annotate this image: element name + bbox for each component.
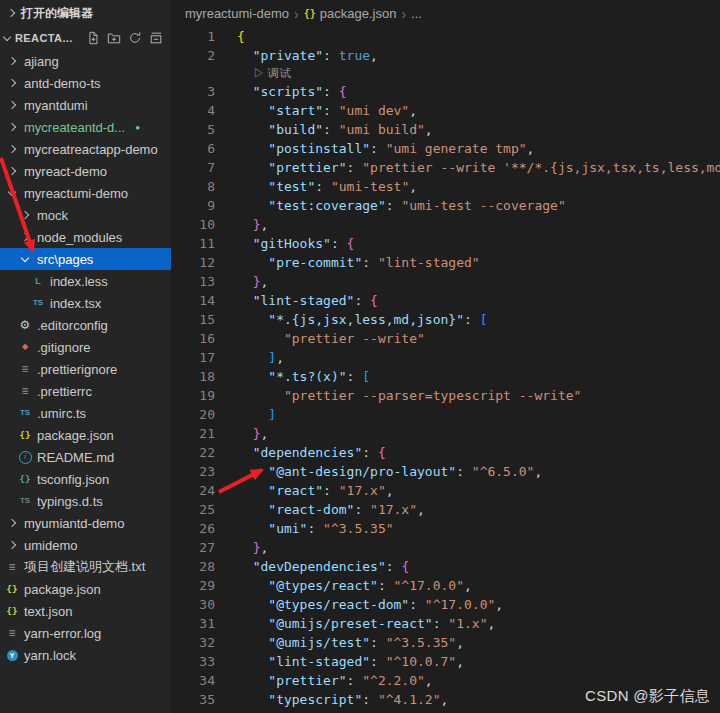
chevron-right-icon [8,101,16,109]
tree-file-yarn-lock[interactable]: Yyarn.lock [0,644,171,666]
breadcrumb-item-item[interactable]: ... [411,6,422,21]
line-number: 4 [171,101,215,120]
explorer-sidebar: 打开的编辑器 REACTA... ajiangantd-demo-tsmyant… [0,0,171,713]
tree-file-umirc-ts[interactable]: TS.umirc.ts [0,402,171,424]
new-file-button[interactable] [84,29,102,47]
breadcrumb-label: ... [411,6,422,21]
refresh-button[interactable] [126,29,144,47]
tree-file-txt[interactable]: ≡项目创建说明文档.txt [0,556,171,578]
line-number: 2 [171,46,215,65]
code-line-14[interactable]: 14 "lint-staged": { [171,291,720,310]
editor-code[interactable]: 1{2 "private": true,▷ 调试3 "scripts": {4 … [171,27,720,713]
tree-folder-mock[interactable]: mock [0,204,171,226]
line-number: 17 [171,348,215,367]
file-icon-slot: ◆ [17,339,33,355]
line-number: 28 [171,557,215,576]
file-icon-slot: TS [30,295,46,311]
tree-file-editorconfig[interactable]: ⚙.editorconfig [0,314,171,336]
tree-file-prettierignore[interactable]: ≡.prettierignore [0,358,171,380]
tree-item-label: antd-demo-ts [24,76,101,91]
chevron-right-icon [8,519,16,527]
code-text: "postinstall": "umi generate tmp", [215,139,534,158]
tree-folder-mycreatreactapp-demo[interactable]: mycreatreactapp-demo [0,138,171,160]
tree-file-text-json[interactable]: {}text.json [0,600,171,622]
tree-twistie [4,515,20,531]
tree-file-typings-d-ts[interactable]: TStypings.d.ts [0,490,171,512]
code-line-10[interactable]: 10 }, [171,215,720,234]
code-line-8[interactable]: 8 "test": "umi-test", [171,177,720,196]
tree-file-prettierrc[interactable]: ≡.prettierrc [0,380,171,402]
tree-file-readme-md[interactable]: iREADME.md [0,446,171,468]
code-line-32[interactable]: 32 "@umijs/test": "^3.5.35", [171,633,720,652]
code-line-15[interactable]: 15 "*.{js,jsx,less,md,json}": [ [171,310,720,329]
code-line-20[interactable]: 20 ] [171,405,720,424]
debug-codelens[interactable]: ▷ 调试 [215,65,291,82]
line-number: 13 [171,272,215,291]
code-line-21[interactable]: 21 }, [171,424,720,443]
codelens-row: ▷ 调试 [171,65,720,82]
breadcrumb-item-myreactumi-demo[interactable]: myreactumi-demo [185,6,289,21]
log-icon: ≡ [8,627,15,639]
code-line-3[interactable]: 3 "scripts": { [171,82,720,101]
chevron-right-icon [8,79,16,87]
breadcrumb-item-package-json[interactable]: {}package.json [304,6,397,21]
tree-file-index-tsx[interactable]: TSindex.tsx [0,292,171,314]
line-number: 26 [171,519,215,538]
code-line-2[interactable]: 2 "private": true, [171,46,720,65]
code-line-5[interactable]: 5 "build": "umi build", [171,120,720,139]
tree-file-gitignore[interactable]: ◆.gitignore [0,336,171,358]
code-text: "@ant-design/pro-layout": "^6.5.0", [215,462,542,481]
tree-folder-ajiang[interactable]: ajiang [0,50,171,72]
tree-file-package-json[interactable]: {}package.json [0,578,171,600]
file-icon-slot: Y [4,647,20,663]
open-editors-header[interactable]: 打开的编辑器 [0,0,171,26]
tree-folder-myreact-demo[interactable]: myreact-demo [0,160,171,182]
tree-file-tsconfig-json[interactable]: {}tsconfig.json [0,468,171,490]
new-folder-button[interactable] [105,29,123,47]
collapse-all-button[interactable] [147,29,165,47]
code-line-33[interactable]: 33 "lint-staged": "^10.0.7", [171,652,720,671]
code-line-4[interactable]: 4 "start": "umi dev", [171,101,720,120]
tree-folder-myreactumi-demo[interactable]: myreactumi-demo [0,182,171,204]
code-line-12[interactable]: 12 "pre-commit": "lint-staged" [171,253,720,272]
file-icon-slot: TS [17,405,33,421]
code-line-29[interactable]: 29 "@types/react": "^17.0.0", [171,576,720,595]
tree-folder-src-pages[interactable]: src\pages [0,248,171,270]
code-line-1[interactable]: 1{ [171,27,720,46]
file-icon-slot: L [30,273,46,289]
code-line-28[interactable]: 28 "devDependencies": { [171,557,720,576]
tree-file-index-less[interactable]: Lindex.less [0,270,171,292]
tree-folder-myantdumi[interactable]: myantdumi [0,94,171,116]
code-line-9[interactable]: 9 "test:coverage": "umi-test --coverage" [171,196,720,215]
tree-item-label: mock [37,208,68,223]
code-line-16[interactable]: 16 "prettier --write" [171,329,720,348]
tree-twistie [4,75,20,91]
watermark: CSDN @影子信息 [585,687,710,706]
code-line-17[interactable]: 17 ], [171,348,720,367]
tree-folder-antd-demo-ts[interactable]: antd-demo-ts [0,72,171,94]
tree-file-package-json[interactable]: {}package.json [0,424,171,446]
tree-file-yarn-error-log[interactable]: ≡yarn-error.log [0,622,171,644]
code-line-11[interactable]: 11 "gitHooks": { [171,234,720,253]
code-line-25[interactable]: 25 "react-dom": "17.x", [171,500,720,519]
code-line-7[interactable]: 7 "prettier": "prettier --write '**/*.{j… [171,158,720,177]
code-line-13[interactable]: 13 }, [171,272,720,291]
tree-folder-umidemo[interactable]: umidemo [0,534,171,556]
file-icon-slot: {} [4,603,20,619]
code-line-22[interactable]: 22 "dependencies": { [171,443,720,462]
tree-folder-myumiantd-demo[interactable]: myumiantd-demo [0,512,171,534]
code-line-24[interactable]: 24 "react": "17.x", [171,481,720,500]
tree-folder-node-modules[interactable]: node_modules [0,226,171,248]
code-line-30[interactable]: 30 "@types/react-dom": "^17.0.0", [171,595,720,614]
tree-folder-mycreateantd-d[interactable]: mycreateantd-d...● [0,116,171,138]
folder-section-header[interactable]: REACTA... [0,26,171,50]
code-line-18[interactable]: 18 "*.ts?(x)": [ [171,367,720,386]
code-line-6[interactable]: 6 "postinstall": "umi generate tmp", [171,139,720,158]
code-line-31[interactable]: 31 "@umijs/preset-react": "1.x", [171,614,720,633]
code-line-23[interactable]: 23 "@ant-design/pro-layout": "^6.5.0", [171,462,720,481]
code-line-26[interactable]: 26 "umi": "^3.5.35" [171,519,720,538]
code-line-27[interactable]: 27 }, [171,538,720,557]
editor-pane: myreactumi-demo›{}package.json›... 1{2 "… [171,0,720,713]
tree-twistie [4,141,20,157]
code-line-19[interactable]: 19 "prettier --parser=typescript --write… [171,386,720,405]
